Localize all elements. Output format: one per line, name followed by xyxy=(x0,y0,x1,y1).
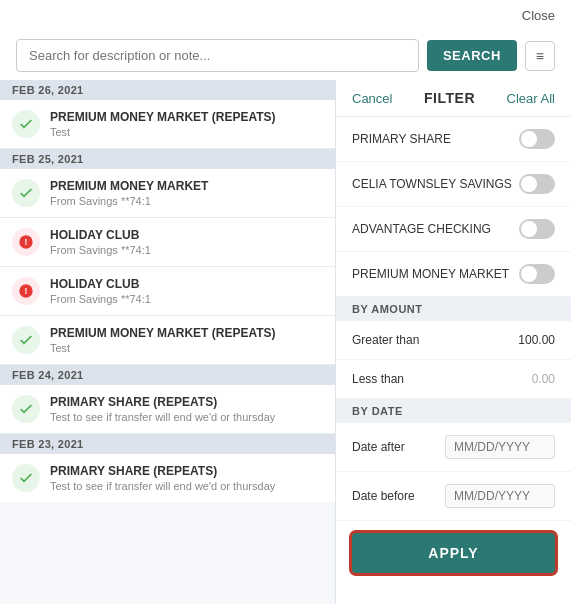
alert-icon: ! xyxy=(12,228,40,256)
transaction-item[interactable]: PREMIUM MONEY MARKETFrom Savings **74:1 xyxy=(0,169,335,218)
greater-than-label: Greater than xyxy=(352,333,419,347)
tx-name: HOLIDAY CLUB xyxy=(50,277,323,291)
tx-info: PREMIUM MONEY MARKET (REPEATS)Test xyxy=(50,326,323,354)
tx-name: PREMIUM MONEY MARKET xyxy=(50,179,323,193)
filter-lines-icon: ≡ xyxy=(536,48,544,64)
account-row-1: CELIA TOWNSLEY SAVINGS xyxy=(336,162,571,207)
tx-info: PREMIUM MONEY MARKET (REPEATS)Test xyxy=(50,110,323,138)
account-toggle[interactable] xyxy=(519,174,555,194)
by-amount-section-label: BY AMOUNT xyxy=(336,297,571,321)
svg-text:!: ! xyxy=(25,286,28,296)
transaction-list: FEB 26, 2021 PREMIUM MONEY MARKET (REPEA… xyxy=(0,80,335,604)
date-before-row: Date before xyxy=(336,472,571,521)
date-header: FEB 24, 2021 xyxy=(0,365,335,385)
transaction-item[interactable]: PREMIUM MONEY MARKET (REPEATS)Test xyxy=(0,316,335,365)
transaction-item[interactable]: PRIMARY SHARE (REPEATS)Test to see if tr… xyxy=(0,454,335,502)
tx-name: HOLIDAY CLUB xyxy=(50,228,323,242)
tx-sub: Test xyxy=(50,126,323,138)
transaction-item[interactable]: ! HOLIDAY CLUBFrom Savings **74:1 xyxy=(0,267,335,316)
search-button[interactable]: SEARCH xyxy=(427,40,517,71)
search-input[interactable] xyxy=(16,39,419,72)
account-label: ADVANTAGE CHECKING xyxy=(352,222,491,236)
alert-icon: ! xyxy=(12,277,40,305)
tx-info: PRIMARY SHARE (REPEATS)Test to see if tr… xyxy=(50,395,323,423)
filter-icon-button[interactable]: ≡ xyxy=(525,41,555,71)
date-after-label: Date after xyxy=(352,440,405,454)
date-header: FEB 23, 2021 xyxy=(0,434,335,454)
transaction-item[interactable]: ! HOLIDAY CLUBFrom Savings **74:1 xyxy=(0,218,335,267)
account-row-3: PREMIUM MONEY MARKET xyxy=(336,252,571,297)
date-after-input[interactable] xyxy=(445,435,555,459)
date-after-row: Date after xyxy=(336,423,571,472)
tx-info: PRIMARY SHARE (REPEATS)Test to see if tr… xyxy=(50,464,323,492)
tx-name: PREMIUM MONEY MARKET (REPEATS) xyxy=(50,326,323,340)
by-date-section-label: BY DATE xyxy=(336,399,571,423)
transaction-item[interactable]: PREMIUM MONEY MARKET (REPEATS)Test xyxy=(0,100,335,149)
less-than-label: Less than xyxy=(352,372,404,386)
tx-info: HOLIDAY CLUBFrom Savings **74:1 xyxy=(50,228,323,256)
tx-name: PRIMARY SHARE (REPEATS) xyxy=(50,464,323,478)
transaction-item[interactable]: PRIMARY SHARE (REPEATS)Test to see if tr… xyxy=(0,385,335,434)
accounts-section: PRIMARY SHARECELIA TOWNSLEY SAVINGSADVAN… xyxy=(336,117,571,297)
filter-cancel-button[interactable]: Cancel xyxy=(352,91,392,106)
tx-info: PREMIUM MONEY MARKETFrom Savings **74:1 xyxy=(50,179,323,207)
date-before-label: Date before xyxy=(352,489,415,503)
account-toggle[interactable] xyxy=(519,264,555,284)
date-before-input[interactable] xyxy=(445,484,555,508)
filter-title: FILTER xyxy=(424,90,475,106)
tx-sub: Test xyxy=(50,342,323,354)
search-bar: SEARCH ≡ xyxy=(0,31,571,80)
account-label: PREMIUM MONEY MARKET xyxy=(352,267,509,281)
date-header: FEB 26, 2021 xyxy=(0,80,335,100)
filter-clear-button[interactable]: Clear All xyxy=(507,91,555,106)
main-container: FEB 26, 2021 PREMIUM MONEY MARKET (REPEA… xyxy=(0,80,571,604)
tx-sub: From Savings **74:1 xyxy=(50,244,323,256)
tx-name: PRIMARY SHARE (REPEATS) xyxy=(50,395,323,409)
tx-sub: From Savings **74:1 xyxy=(50,195,323,207)
transfer-icon xyxy=(12,110,40,138)
top-bar: Close xyxy=(0,0,571,31)
account-toggle[interactable] xyxy=(519,129,555,149)
less-than-row: Less than xyxy=(336,360,571,399)
less-than-input[interactable] xyxy=(475,372,555,386)
tx-sub: From Savings **74:1 xyxy=(50,293,323,305)
account-row-0: PRIMARY SHARE xyxy=(336,117,571,162)
account-label: CELIA TOWNSLEY SAVINGS xyxy=(352,177,512,191)
greater-than-input[interactable] xyxy=(475,333,555,347)
apply-btn-container: APPLY xyxy=(336,521,571,585)
transfer-icon xyxy=(12,464,40,492)
transfer-icon xyxy=(12,326,40,354)
account-label: PRIMARY SHARE xyxy=(352,132,451,146)
account-toggle[interactable] xyxy=(519,219,555,239)
svg-text:!: ! xyxy=(25,237,28,247)
date-header: FEB 25, 2021 xyxy=(0,149,335,169)
filter-panel: Cancel FILTER Clear All PRIMARY SHARECEL… xyxy=(335,80,571,604)
filter-header: Cancel FILTER Clear All xyxy=(336,80,571,117)
apply-button[interactable]: APPLY xyxy=(352,533,555,573)
account-row-2: ADVANTAGE CHECKING xyxy=(336,207,571,252)
close-button[interactable]: Close xyxy=(522,8,555,23)
tx-sub: Test to see if transfer will end we'd or… xyxy=(50,411,323,423)
tx-info: HOLIDAY CLUBFrom Savings **74:1 xyxy=(50,277,323,305)
tx-sub: Test to see if transfer will end we'd or… xyxy=(50,480,323,492)
greater-than-row: Greater than xyxy=(336,321,571,360)
tx-name: PREMIUM MONEY MARKET (REPEATS) xyxy=(50,110,323,124)
transfer-icon xyxy=(12,179,40,207)
transfer-icon xyxy=(12,395,40,423)
